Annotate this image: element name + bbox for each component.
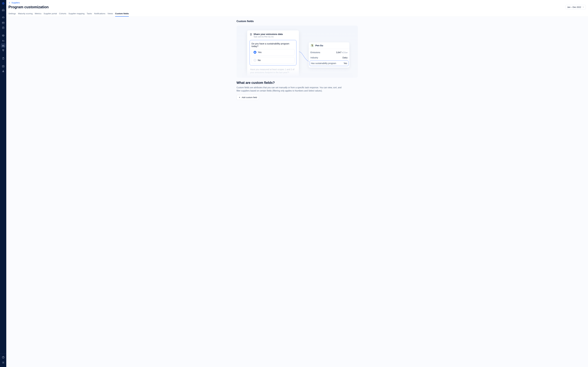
nav-import-icon[interactable] bbox=[1, 64, 6, 69]
left-nav-rail bbox=[0, 0, 6, 367]
task-title: Share your emissions data bbox=[254, 33, 283, 35]
app-logo bbox=[1, 1, 5, 5]
period-selector[interactable]: Jan – Dec 2022 bbox=[565, 5, 586, 9]
period-label: Jan – Dec 2022 bbox=[567, 6, 581, 8]
nav-barchart-icon[interactable] bbox=[1, 38, 6, 43]
custom-fields-illustration: Share your emissions data Task sent to P… bbox=[237, 25, 358, 78]
task-faded-question: Have you measured at least scopes 1 and … bbox=[250, 68, 297, 74]
tab-tasks[interactable]: Tasks bbox=[87, 11, 92, 17]
task-option-no: No bbox=[252, 57, 294, 63]
tab-supplier-portal[interactable]: Supplier portal bbox=[44, 11, 57, 17]
task-question: Do you have a sustainability program tod… bbox=[252, 42, 294, 48]
nav-factory-icon[interactable] bbox=[1, 43, 6, 48]
tab-custom-fields[interactable]: Custom fields bbox=[115, 11, 129, 17]
file-icon bbox=[250, 33, 252, 35]
add-custom-field-button[interactable]: Add custom field bbox=[237, 95, 259, 100]
nav-wind-icon[interactable] bbox=[1, 69, 6, 74]
tab-supplier-mapping[interactable]: Supplier mapping bbox=[68, 11, 85, 17]
explain-body: Custom fields are attributes that you ca… bbox=[237, 86, 344, 92]
tab-metrics[interactable]: Metrics bbox=[35, 11, 41, 17]
supplier-row-program: Has sustainability program Yes bbox=[310, 60, 348, 66]
supplier-row-industry: Industry Dairy bbox=[311, 55, 348, 60]
nav-document-icon[interactable] bbox=[1, 56, 6, 61]
nav-globe-icon[interactable] bbox=[1, 16, 6, 20]
supplier-name: Pen Gu bbox=[315, 44, 323, 47]
nav-help-icon[interactable] bbox=[1, 355, 6, 360]
nav-layers-icon[interactable] bbox=[1, 33, 6, 38]
section-title: Custom fields bbox=[237, 20, 358, 23]
supplier-avatar: 🐧 bbox=[311, 44, 314, 47]
tab-settings[interactable]: Settings bbox=[8, 11, 16, 17]
task-question-box: Do you have a sustainability program tod… bbox=[250, 40, 297, 66]
radio-checked-icon bbox=[254, 51, 256, 54]
plus-icon bbox=[239, 96, 241, 98]
task-subtitle: Task sent to Pen Gu inc bbox=[254, 36, 283, 38]
illustration-task-card: Share your emissions data Task sent to P… bbox=[247, 30, 299, 78]
supplier-row-emissions: Emissions 3,647 tCO₂e bbox=[311, 50, 348, 55]
tab-notifications[interactable]: Notifications bbox=[94, 11, 105, 17]
tab-cohorts[interactable]: Cohorts bbox=[59, 11, 66, 17]
breadcrumb-label: Suppliers bbox=[11, 1, 20, 4]
nav-data-icon[interactable] bbox=[1, 21, 6, 25]
svg-point-6 bbox=[3, 362, 4, 363]
page-title: Program customization bbox=[8, 5, 49, 9]
nav-home-icon[interactable] bbox=[1, 8, 6, 12]
illustration-supplier-card: 🐧 Pen Gu Emissions 3,647 tCO₂e bbox=[308, 42, 350, 68]
svg-rect-1 bbox=[2, 22, 4, 24]
task-faded-option: Yes bbox=[250, 76, 297, 77]
arrow-left-icon bbox=[8, 2, 11, 4]
tab-views[interactable]: Views bbox=[107, 11, 113, 17]
nav-settings-icon[interactable] bbox=[1, 360, 6, 365]
nav-ledger-icon[interactable] bbox=[1, 25, 6, 30]
add-custom-field-label: Add custom field bbox=[242, 96, 257, 99]
breadcrumb-back[interactable]: Suppliers bbox=[8, 1, 20, 4]
tab-maturity-scoring[interactable]: Maturity scoring bbox=[18, 11, 33, 17]
radio-unchecked-icon bbox=[254, 59, 256, 62]
task-option-yes: Yes bbox=[252, 49, 294, 56]
explain-heading: What are custom fields? bbox=[237, 81, 358, 85]
chevron-down-icon bbox=[582, 6, 584, 8]
tab-strip: SettingsMaturity scoringMetricsSupplier … bbox=[6, 11, 588, 17]
radio-faded-icon bbox=[250, 76, 252, 77]
nav-trophy-icon[interactable] bbox=[1, 48, 6, 53]
